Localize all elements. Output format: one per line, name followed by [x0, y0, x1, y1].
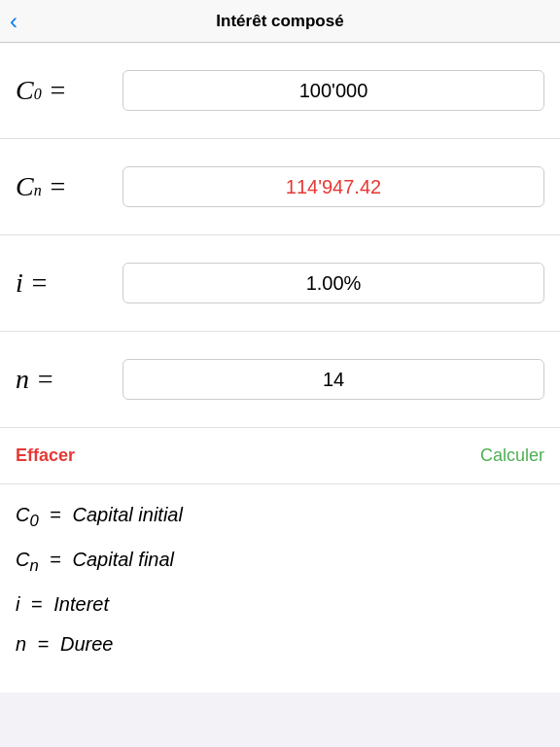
- legend-c0-var: C0: [16, 504, 39, 525]
- legend-n: n = Duree: [16, 633, 544, 656]
- legend-i: i = Interet: [16, 593, 544, 616]
- legend-cn-eq: =: [50, 549, 66, 570]
- i-row: i =: [0, 235, 560, 332]
- legend-n-desc: Duree: [60, 633, 113, 655]
- calculate-button[interactable]: Calculer: [480, 445, 544, 466]
- legend-c0: C0 = Capital initial: [16, 504, 544, 531]
- cn-label: Cn =: [16, 171, 122, 202]
- back-button[interactable]: ‹: [10, 8, 18, 35]
- legend-i-desc: Interet: [53, 593, 109, 615]
- cn-row: Cn =: [0, 139, 560, 235]
- c0-var: C: [16, 75, 34, 106]
- main-content: C0 = Cn = i = n = Effacer Calculer C0 = …: [0, 43, 560, 693]
- c0-label: C0 =: [16, 75, 122, 106]
- n-row: n =: [0, 332, 560, 428]
- legend-c0-desc: Capital initial: [73, 504, 183, 525]
- legend-n-eq: =: [38, 633, 54, 655]
- cn-input[interactable]: [122, 166, 544, 207]
- legend-i-eq: =: [31, 593, 48, 615]
- legend-section: C0 = Capital initial Cn = Capital final …: [0, 484, 560, 693]
- i-input[interactable]: [122, 263, 544, 303]
- n-var: n: [16, 364, 29, 395]
- cn-var: C: [16, 171, 34, 202]
- legend-n-var: n: [16, 633, 26, 655]
- n-input[interactable]: [122, 359, 544, 400]
- action-row: Effacer Calculer: [0, 428, 560, 484]
- n-label: n =: [16, 364, 122, 395]
- legend-cn-var: Cn: [16, 549, 39, 570]
- i-var: i: [16, 267, 23, 299]
- legend-cn-desc: Capital final: [73, 549, 175, 570]
- legend-i-var: i: [16, 593, 19, 615]
- clear-button[interactable]: Effacer: [16, 445, 75, 466]
- c0-input[interactable]: [122, 70, 544, 111]
- c0-row: C0 =: [0, 43, 560, 139]
- legend-cn: Cn = Capital final: [16, 549, 544, 576]
- nav-title: Intérêt composé: [216, 12, 343, 31]
- nav-bar: ‹ Intérêt composé: [0, 0, 560, 43]
- i-label: i =: [16, 267, 122, 299]
- legend-c0-eq: =: [50, 504, 66, 525]
